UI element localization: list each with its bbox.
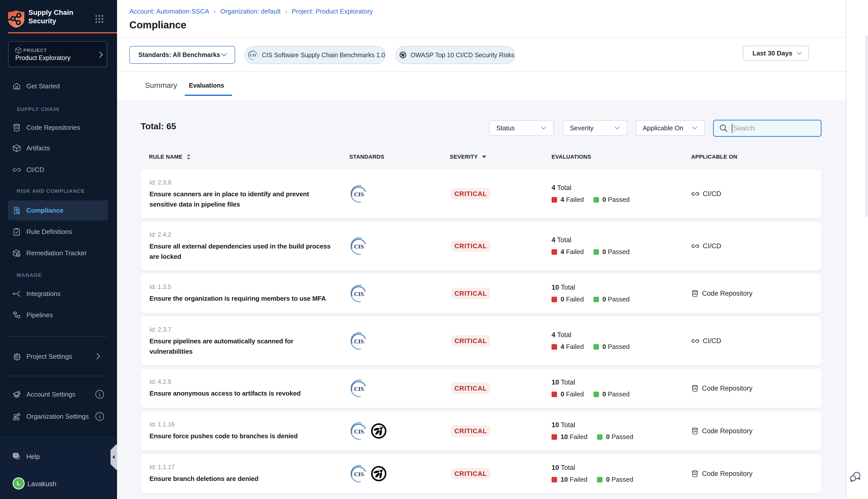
- svg-text:CIS: CIS: [354, 291, 364, 297]
- svg-text:CIS: CIS: [250, 53, 256, 57]
- svg-text:CIS: CIS: [354, 191, 364, 197]
- svg-text:?: ?: [15, 453, 17, 457]
- svg-text:CIS: CIS: [354, 386, 364, 392]
- svg-text:CIS: CIS: [354, 428, 364, 435]
- svg-text:CIS: CIS: [354, 338, 364, 345]
- svg-text:CIS: CIS: [354, 243, 364, 250]
- svg-text:CIS: CIS: [354, 471, 364, 477]
